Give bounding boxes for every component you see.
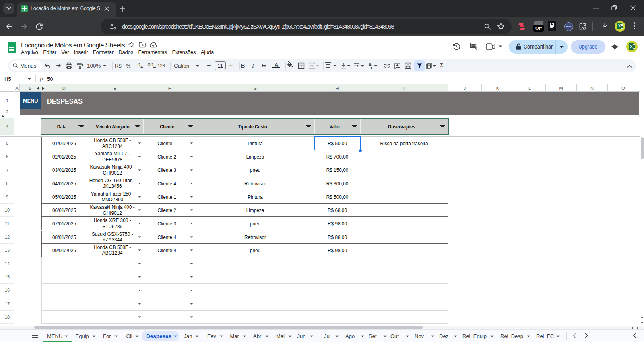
svg-text:A: A — [369, 62, 372, 67]
